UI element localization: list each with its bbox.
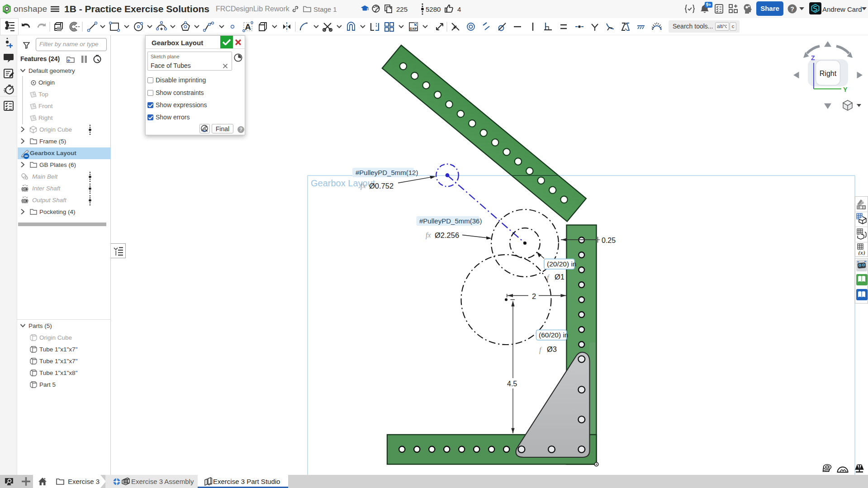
svg-text:A: A [245, 22, 251, 32]
svg-text:Ø1: Ø1 [555, 273, 564, 281]
svg-text:f: f [539, 346, 542, 354]
svg-text:Ø3: Ø3 [547, 345, 557, 353]
svg-text:DXF: DXF [410, 27, 417, 31]
svg-text:#PulleyPD_5mm(36): #PulleyPD_5mm(36) [419, 217, 482, 225]
svg-text:(60/20) in: (60/20) in [539, 331, 568, 339]
svg-text:#PulleyPD_5mm(12): #PulleyPD_5mm(12) [356, 169, 418, 176]
svg-text:Y: Y [843, 86, 848, 93]
svg-text:?: ? [790, 5, 794, 13]
svg-text:Ø0.752: Ø0.752 [369, 182, 394, 190]
svg-text:(x): (x) [859, 249, 865, 255]
svg-text:0.25: 0.25 [602, 237, 616, 244]
svg-text:Ø2.256: Ø2.256 [435, 231, 459, 239]
svg-text:4.5: 4.5 [507, 380, 517, 388]
svg-text:2: 2 [532, 292, 536, 300]
svg-text:Right: Right [820, 70, 837, 77]
svg-text:Z: Z [811, 54, 815, 62]
svg-text:fx: fx [426, 231, 431, 239]
svg-text:fx: fx [360, 182, 366, 190]
svg-text:(20/20) in: (20/20) in [547, 260, 576, 268]
svg-text:f: f [547, 274, 550, 282]
